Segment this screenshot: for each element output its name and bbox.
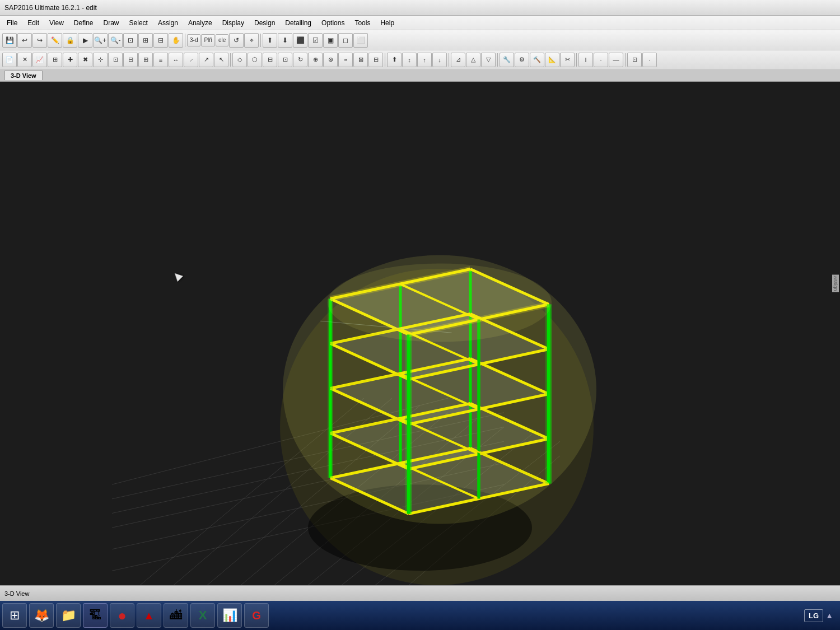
toolbar2-btn-Reduce[interactable]: ⊟: [123, 53, 138, 67]
toolbar2-btn-Rotate2[interactable]: ↻: [293, 53, 307, 67]
toolbar1-btn-Run[interactable]: ▶: [78, 33, 92, 48]
view-label-tab[interactable]: 3-D View: [4, 71, 43, 80]
menu-assign[interactable]: Assign: [153, 18, 183, 28]
toolbar2-btn-X-Box[interactable]: ⊠: [353, 53, 368, 67]
toolbar2-btn-ArrowUD[interactable]: ↕: [402, 53, 417, 67]
toolbar2-btn-Plus[interactable]: ⊕: [308, 53, 323, 67]
toolbar2-btn-Box3[interactable]: ⊡: [278, 53, 292, 67]
toolbar2-btn-Angle[interactable]: 📐: [545, 53, 559, 67]
menu-display[interactable]: Display: [218, 18, 249, 28]
toolbar1-btn-Plan View[interactable]: Plñ: [201, 34, 214, 46]
toolbar2-btn-Move[interactable]: ↔: [169, 53, 183, 67]
toolbar2-btn-Box4[interactable]: ⊡: [627, 53, 642, 67]
toolbar2-btn-Dot[interactable]: ·: [594, 53, 608, 67]
toolbar1-btn-Elevation View[interactable]: ele: [216, 34, 228, 46]
toolbar1-btn-Check[interactable]: ☑: [308, 33, 323, 48]
building-svg: [0, 82, 840, 585]
menu-edit[interactable]: Edit: [23, 18, 44, 28]
toolbar2-btn-Gear[interactable]: ⚙: [515, 53, 529, 67]
toolbar2-btn-Dot2[interactable]: ·: [642, 53, 657, 67]
toolbar1-btn-Down[interactable]: ⬇: [278, 33, 292, 48]
menu-analyze[interactable]: Analyze: [184, 18, 217, 28]
toolbar2-btn-Diamond[interactable]: ◇: [232, 53, 247, 67]
toolbar1-btn-Box[interactable]: ▣: [323, 33, 338, 48]
menu-design[interactable]: Design: [250, 18, 279, 28]
toolbar2-btn-South[interactable]: ↓: [432, 53, 447, 67]
toolbar2-btn-Minus[interactable]: ⊟: [263, 53, 277, 67]
toolbar1-btn-Zoom Out[interactable]: ⊟: [153, 33, 168, 48]
start-button[interactable]: ⊞: [2, 603, 27, 628]
toolbar1-btn-Grid[interactable]: ⬛: [293, 33, 307, 48]
viewport[interactable]: Assign: [0, 82, 840, 585]
toolbar1-btn-Redo[interactable]: ↪: [32, 33, 47, 48]
menu-file[interactable]: File: [2, 18, 22, 28]
menu-select[interactable]: Select: [125, 18, 152, 28]
taskbar-firefox[interactable]: 🦊: [29, 603, 54, 628]
toolbar2-btn-Cut[interactable]: ✂: [560, 53, 575, 67]
toolbar1-btn-Undo[interactable]: ↩: [17, 33, 32, 48]
taskbar-autocad[interactable]: ▲: [137, 603, 161, 628]
taskbar-app-g[interactable]: G: [244, 603, 269, 628]
toolbar2-btn-Star[interactable]: ⊹: [93, 53, 108, 67]
toolbar2-btn-Lines[interactable]: ≡: [153, 53, 168, 67]
toolbar1-btn-Edit[interactable]: ✏️: [48, 33, 62, 48]
toolbar1-btn-Pan[interactable]: ✋: [169, 33, 183, 48]
taskbar-right: LG ▲: [804, 609, 838, 622]
menu-options[interactable]: Options: [317, 18, 349, 28]
toolbar1-btn-Zoom Out[interactable]: 🔍-: [108, 33, 123, 48]
bottom-bar-text: 3-D View: [4, 590, 29, 597]
taskbar-sap2000[interactable]: 🏗: [83, 603, 108, 628]
toolbar2-btn-Wave[interactable]: ≈: [338, 53, 353, 67]
toolbar2-btn-Hammer[interactable]: 🔨: [530, 53, 544, 67]
toolbar1-btn-Select[interactable]: ◻: [338, 33, 353, 48]
right-annotation: Assign: [832, 274, 839, 292]
toolbar2-btn-IBeam[interactable]: I: [578, 53, 593, 67]
menu-draw[interactable]: Draw: [99, 18, 124, 28]
toolbar2-btn-Grid2[interactable]: ⊡: [108, 53, 123, 67]
menu-define[interactable]: Define: [69, 18, 98, 28]
taskbar-app-stats[interactable]: 📊: [217, 603, 242, 628]
toolbar1-btn-Rotate[interactable]: ↺: [229, 33, 244, 48]
toolbar2-btn-Up-Left[interactable]: ↖: [214, 53, 228, 67]
toolbar2-btn-Minus2[interactable]: ⊟: [368, 53, 383, 67]
taskbar-file-explorer[interactable]: 📁: [56, 603, 81, 628]
menu-tools[interactable]: Tools: [350, 18, 375, 28]
toolbar2-btn-Grid[interactable]: ⊞: [48, 53, 62, 67]
view-label-bar: 3-D View: [0, 69, 840, 82]
toolbar2-btn-Wrench[interactable]: 🔧: [500, 53, 514, 67]
toolbar2-btn-X[interactable]: ⊗: [323, 53, 338, 67]
toolbar1-btn-Zoom In[interactable]: 🔍+: [93, 33, 108, 48]
toolbar2-btn-North[interactable]: ↑: [417, 53, 432, 67]
toolbar1-btn-Zoom[interactable]: ⊡: [123, 33, 138, 48]
toolbar2-btn-Up-Right[interactable]: ↗: [199, 53, 213, 67]
toolbar1-btn-Save[interactable]: 💾: [2, 33, 17, 48]
taskbar-app-city[interactable]: 🏙: [164, 603, 188, 628]
toolbar1-btn-3D View[interactable]: 3-d: [187, 34, 200, 46]
toolbar2-btn-Add[interactable]: ✚: [63, 53, 77, 67]
toolbar1-btn-Area[interactable]: ⬜: [353, 33, 368, 48]
taskbar-app-red[interactable]: ●: [110, 603, 134, 628]
toolbar2-btn-Corner[interactable]: ⊿: [451, 53, 465, 67]
toolbar1-btn-Lock[interactable]: 🔒: [63, 33, 77, 48]
toolbar2-btn-Dash[interactable]: —: [609, 53, 623, 67]
toolbar1-btn-Zoom Area[interactable]: ⊞: [138, 33, 153, 48]
toolbar2-btn-Cross[interactable]: ✖: [78, 53, 92, 67]
toolbar2-btn-Triangle[interactable]: △: [466, 53, 480, 67]
toolbar2-btn-Slash[interactable]: ⟋: [184, 53, 198, 67]
menu-view[interactable]: View: [45, 18, 68, 28]
toolbar2-btn-ArrowUp[interactable]: ⬆: [387, 53, 402, 67]
toolbar2-btn-Box[interactable]: ⊞: [138, 53, 153, 67]
menu-detailing[interactable]: Detailing: [281, 18, 316, 28]
toolbar1-btn-Set Default[interactable]: ⌖: [244, 33, 259, 48]
bottom-bar: 3-D View: [0, 585, 840, 601]
title-bar: SAP2016 Ultimate 16.2.1 - edit: [0, 0, 840, 16]
toolbar2-btn-Close[interactable]: ✕: [17, 53, 32, 67]
toolbar2-btn-Hex[interactable]: ⬡: [248, 53, 262, 67]
menu-help[interactable]: Help: [376, 18, 399, 28]
toolbar2-btn-New[interactable]: 📄: [2, 53, 17, 67]
toolbar2-btn-Graph[interactable]: 📈: [32, 53, 47, 67]
toolbar1-btn-Up[interactable]: ⬆: [263, 33, 277, 48]
toolbar2-btn-TriDown[interactable]: ▽: [481, 53, 496, 67]
taskbar-excel[interactable]: X: [190, 603, 215, 628]
taskbar-lg-logo: LG: [804, 609, 823, 622]
